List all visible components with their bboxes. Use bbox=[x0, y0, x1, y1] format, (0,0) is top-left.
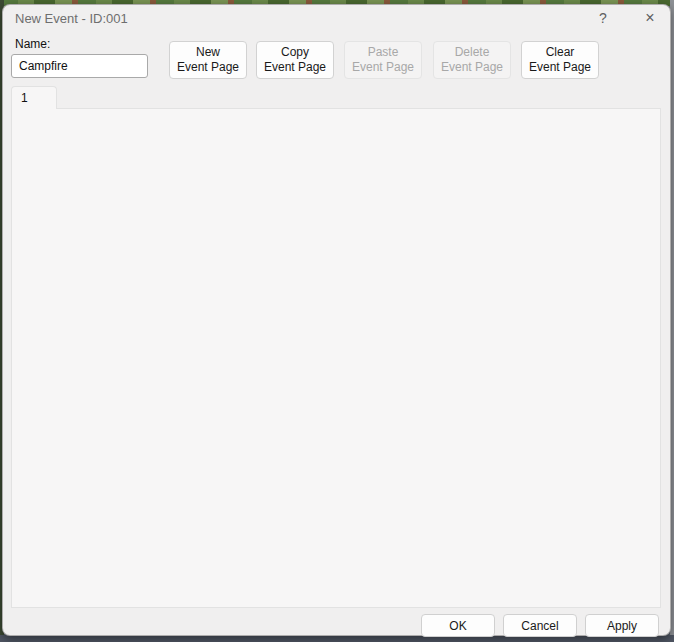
button-label: Paste bbox=[368, 45, 399, 60]
window-title: New Event - ID:001 bbox=[15, 11, 128, 26]
close-icon[interactable]: × bbox=[633, 5, 667, 31]
name-input[interactable] bbox=[11, 54, 148, 78]
button-label: Event Page bbox=[529, 60, 591, 75]
apply-button[interactable]: Apply bbox=[585, 614, 659, 637]
button-label: Event Page bbox=[441, 60, 503, 75]
paste-event-page-button: Paste Event Page bbox=[344, 41, 422, 79]
name-label: Name: bbox=[15, 37, 50, 51]
new-event-dialog: New Event - ID:001 ? × Name: New Event P… bbox=[2, 4, 671, 636]
button-label: Delete bbox=[455, 45, 490, 60]
event-page-panel bbox=[11, 108, 661, 608]
clear-event-page-button[interactable]: Clear Event Page bbox=[521, 41, 599, 79]
ok-button[interactable]: OK bbox=[421, 614, 495, 637]
new-event-page-button[interactable]: New Event Page bbox=[169, 41, 247, 79]
copy-event-page-button[interactable]: Copy Event Page bbox=[256, 41, 334, 79]
button-label: Clear bbox=[546, 45, 575, 60]
button-label: New bbox=[196, 45, 220, 60]
tab-page-1[interactable]: 1 bbox=[11, 86, 57, 109]
button-label: Event Page bbox=[352, 60, 414, 75]
delete-event-page-button: Delete Event Page bbox=[433, 41, 511, 79]
button-label: Copy bbox=[281, 45, 309, 60]
button-label: Event Page bbox=[177, 60, 239, 75]
help-icon[interactable]: ? bbox=[586, 5, 620, 31]
button-label: Event Page bbox=[264, 60, 326, 75]
cancel-button[interactable]: Cancel bbox=[503, 614, 577, 637]
